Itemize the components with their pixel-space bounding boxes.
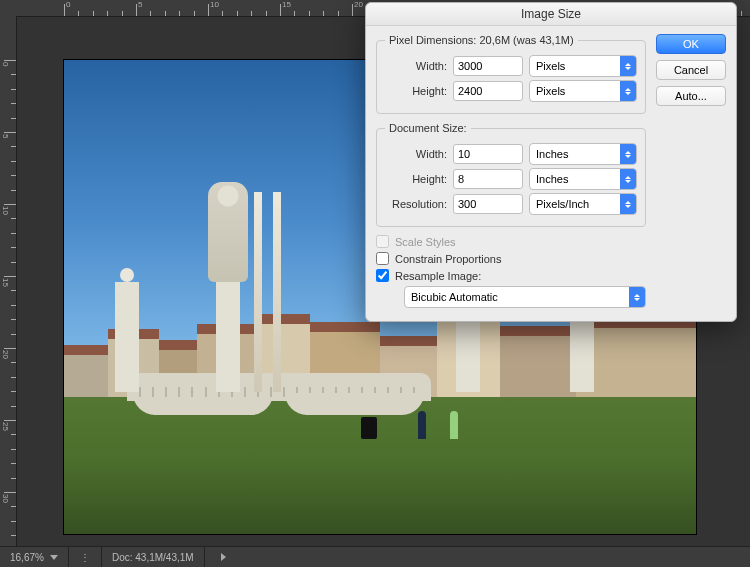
select-arrow-icon	[620, 144, 636, 164]
select-arrow-icon	[620, 169, 636, 189]
px-height-input[interactable]	[453, 81, 523, 101]
resample-method-select[interactable]: Bicubic Automatic	[404, 286, 646, 308]
doc-height-input[interactable]	[453, 169, 523, 189]
ruler-origin	[0, 0, 17, 17]
constrain-box[interactable]	[376, 252, 389, 265]
px-width-unit-select[interactable]: Pixels	[529, 55, 637, 77]
document-size-legend: Document Size:	[385, 122, 471, 134]
photo-trashcan	[361, 417, 377, 439]
doc-width-label: Width:	[385, 148, 447, 160]
photo-person	[450, 411, 458, 439]
ok-button[interactable]: OK	[656, 34, 726, 54]
constrain-proportions-checkbox[interactable]: Constrain Proportions	[376, 252, 646, 265]
px-height-label: Height:	[385, 85, 447, 97]
select-arrow-icon	[620, 81, 636, 101]
document-size-group: Document Size: Width: Inches Height: Inc…	[376, 122, 646, 227]
photo-person	[418, 411, 426, 439]
doc-width-input[interactable]	[453, 144, 523, 164]
doc-info[interactable]: Doc: 43,1M/43,1M	[102, 547, 205, 567]
resolution-label: Resolution:	[385, 198, 447, 210]
photo-statue	[208, 182, 248, 282]
chevron-down-icon	[50, 555, 58, 560]
resample-image-checkbox[interactable]: Resample Image:	[376, 269, 646, 282]
scale-styles-box	[376, 235, 389, 248]
select-arrow-icon	[620, 56, 636, 76]
photo-obelisk	[273, 192, 281, 392]
resolution-unit-select[interactable]: Pixels/Inch	[529, 193, 637, 215]
ruler-vertical[interactable]: 05101520253035	[0, 16, 17, 547]
chevron-right-icon	[221, 553, 226, 561]
resolution-input[interactable]	[453, 194, 523, 214]
px-height-unit-select[interactable]: Pixels	[529, 80, 637, 102]
scale-styles-checkbox: Scale Styles	[376, 235, 646, 248]
px-width-label: Width:	[385, 60, 447, 72]
status-bar: 16,67% ⋮ Doc: 43,1M/43,1M	[0, 546, 750, 567]
doc-height-label: Height:	[385, 173, 447, 185]
photo-pedestal	[115, 282, 139, 392]
auto-button[interactable]: Auto...	[656, 86, 726, 106]
status-more-icon[interactable]	[205, 547, 243, 567]
zoom-level[interactable]: 16,67%	[0, 547, 69, 567]
cancel-button[interactable]: Cancel	[656, 60, 726, 80]
select-arrow-icon	[629, 287, 645, 307]
pixel-dimensions-legend: Pixel Dimensions: 20,6M (was 43,1M)	[385, 34, 578, 46]
resample-box[interactable]	[376, 269, 389, 282]
dialog-title: Image Size	[366, 3, 736, 26]
status-handle-icon[interactable]: ⋮	[69, 547, 102, 567]
select-arrow-icon	[620, 194, 636, 214]
doc-height-unit-select[interactable]: Inches	[529, 168, 637, 190]
doc-width-unit-select[interactable]: Inches	[529, 143, 637, 165]
pixel-dimensions-group: Pixel Dimensions: 20,6M (was 43,1M) Widt…	[376, 34, 646, 114]
image-size-dialog: Image Size Pixel Dimensions: 20,6M (was …	[365, 2, 737, 322]
photo-pedestal	[216, 282, 240, 392]
photo-obelisk	[254, 192, 262, 392]
px-width-input[interactable]	[453, 56, 523, 76]
